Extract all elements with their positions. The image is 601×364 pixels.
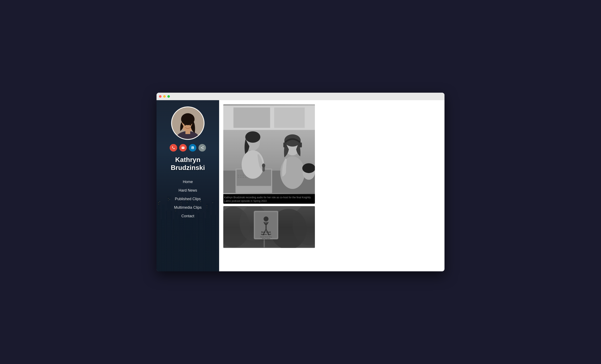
svg-text:Wildlife Habitat: Wildlife Habitat xyxy=(262,238,270,239)
about-column: About Me I am a senior majoring in print… xyxy=(319,100,444,271)
nav-published-clips[interactable]: Published Clips xyxy=(161,195,215,203)
phone-icon[interactable] xyxy=(170,144,177,152)
nav-contact[interactable]: Contact xyxy=(161,212,215,220)
photo-2-svg: Bear Creek Nature Trail Natural Terrain … xyxy=(223,206,315,248)
photo-card-2: Bear Creek Nature Trail Natural Terrain … xyxy=(223,206,315,248)
photo-1-container xyxy=(223,104,315,194)
maximize-button[interactable] xyxy=(167,95,170,98)
nav-multimedia-clips[interactable]: Multimedia Clips xyxy=(161,204,215,212)
photo-1-caption: Kathryn Brudzinski recording audio for h… xyxy=(223,194,315,204)
about-title: About Me xyxy=(330,109,434,119)
svg-text:Bear Creek: Bear Creek xyxy=(261,231,271,233)
social-icons-container xyxy=(170,144,206,152)
close-button[interactable] xyxy=(159,95,161,98)
browser-content: Kathryn Brudzinski Home Hard News Publis… xyxy=(157,100,444,271)
minimize-button[interactable] xyxy=(163,95,166,98)
about-paragraph-2: I currently serve as a student journalis… xyxy=(330,160,434,173)
person-name: Kathryn Brudzinski xyxy=(171,156,205,172)
nav-menu: Home Hard News Published Clips Multimedi… xyxy=(161,178,215,220)
svg-text:Leave No Trace: Leave No Trace xyxy=(262,239,270,241)
nav-hard-news[interactable]: Hard News xyxy=(161,187,215,194)
nav-home[interactable]: Home xyxy=(161,178,215,186)
svg-text:Nature Trail: Nature Trail xyxy=(261,233,271,235)
photo-2-container: Bear Creek Nature Trail Natural Terrain … xyxy=(223,206,315,248)
browser-titlebar xyxy=(157,93,444,100)
sidebar: Kathryn Brudzinski Home Hard News Publis… xyxy=(157,100,219,271)
svg-point-46 xyxy=(190,124,191,126)
linkedin-icon[interactable] xyxy=(189,144,196,152)
svg-text:Natural Terrain Hiking: Natural Terrain Hiking xyxy=(260,236,272,237)
share-icon[interactable] xyxy=(199,144,206,152)
browser-window: Kathryn Brudzinski Home Hard News Publis… xyxy=(157,93,444,271)
about-paragraph-3: This portfolio represents my work as a s… xyxy=(330,177,434,196)
sidebar-content: Kathryn Brudzinski Home Hard News Publis… xyxy=(161,106,215,220)
avatar xyxy=(171,106,204,140)
about-paragraph-1: I am a senior majoring in print/digital … xyxy=(330,124,434,156)
avatar-image xyxy=(172,107,204,139)
svg-point-45 xyxy=(184,124,186,126)
svg-rect-81 xyxy=(223,105,315,193)
photo-1-svg xyxy=(223,104,315,194)
center-column: Kathryn Brudzinski recording audio for h… xyxy=(219,100,319,271)
svg-point-90 xyxy=(264,216,268,221)
photo-card-1: Kathryn Brudzinski recording audio for h… xyxy=(223,104,315,204)
email-icon[interactable] xyxy=(179,144,187,152)
